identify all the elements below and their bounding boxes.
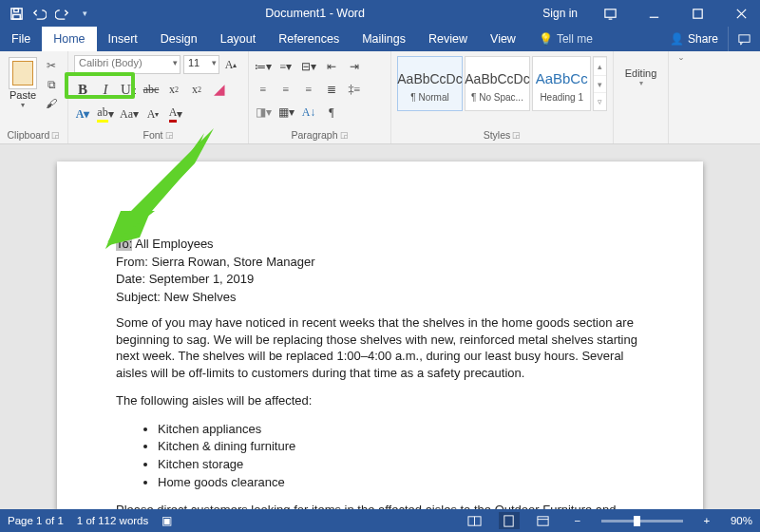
tab-home[interactable]: Home (42, 27, 96, 51)
clear-formatting-icon[interactable]: ◢ (211, 80, 228, 99)
zoom-out-button[interactable]: − (567, 512, 588, 529)
quick-access-toolbar: ▾ (6, 3, 95, 24)
sign-in-link[interactable]: Sign in (535, 7, 585, 20)
minimize-button[interactable] (635, 0, 673, 27)
group-label-paragraph: Paragraph (291, 129, 337, 141)
document-page[interactable]: To: All Employees From: Sierra Rowan, St… (57, 162, 703, 509)
style-no-spacing[interactable]: AaBbCcDc ¶ No Spac... (465, 56, 530, 111)
style-heading-1[interactable]: AaBbCc Heading 1 (532, 56, 591, 111)
tab-view[interactable]: View (479, 27, 527, 51)
svg-rect-4 (693, 9, 701, 17)
shading-icon[interactable]: ◨▾ (255, 103, 272, 122)
show-hide-icon[interactable]: ¶ (323, 103, 340, 122)
tab-design[interactable]: Design (149, 27, 209, 51)
line-date[interactable]: Date: September 1, 2019 (116, 271, 644, 288)
align-center-icon[interactable]: ≡ (277, 80, 294, 99)
print-layout-icon[interactable] (499, 512, 520, 529)
workspace: To: All Employees From: Sierra Rowan, St… (0, 144, 760, 509)
close-button[interactable] (722, 0, 760, 27)
tab-insert[interactable]: Insert (97, 27, 149, 51)
affected-aisles-list[interactable]: Kitchen appliances Kitchen & dining furn… (158, 421, 644, 490)
justify-icon[interactable]: ≣ (323, 80, 340, 99)
superscript-button[interactable]: x2 (188, 80, 205, 99)
tell-me-input[interactable]: 💡Tell me (527, 27, 604, 51)
paste-icon (9, 57, 37, 89)
change-case-icon[interactable]: Aa▾ (120, 104, 139, 124)
web-layout-icon[interactable] (533, 512, 554, 529)
paste-button[interactable]: Paste ▾ (6, 54, 40, 117)
highlight-color-icon[interactable]: ab▾ (97, 104, 114, 124)
align-right-icon[interactable]: ≡ (300, 80, 317, 99)
group-styles: AaBbCcDc ¶ Normal AaBbCcDc ¶ No Spac... … (391, 51, 614, 143)
tab-review[interactable]: Review (417, 27, 479, 51)
font-launcher-icon[interactable]: ◲ (165, 130, 174, 140)
align-left-icon[interactable]: ≡ (255, 80, 272, 99)
redo-icon[interactable] (51, 3, 72, 24)
text-effects-icon[interactable]: A▾ (74, 104, 91, 124)
collapse-ribbon-icon[interactable]: ˇ (669, 51, 694, 143)
ribbon-display-options-icon[interactable] (591, 0, 629, 27)
lightbulb-icon: 💡 (539, 32, 553, 46)
tab-references[interactable]: References (267, 27, 351, 51)
font-name-combo[interactable]: Calibri (Body)▾ (74, 55, 180, 74)
clipboard-launcher-icon[interactable]: ◲ (51, 130, 60, 140)
undo-icon[interactable] (28, 3, 49, 24)
borders-icon[interactable]: ▦▾ (277, 103, 294, 122)
list-item[interactable]: Kitchen appliances (158, 421, 644, 438)
tab-layout[interactable]: Layout (209, 27, 268, 51)
sort-icon[interactable]: A↓ (300, 103, 317, 122)
shrink-font-icon[interactable]: A▾ (144, 104, 162, 124)
editing-dropdown[interactable]: Editing▾ (619, 54, 662, 87)
style-normal[interactable]: AaBbCcDc ¶ Normal (397, 56, 463, 111)
list-item[interactable]: Home goods clearance (158, 474, 644, 491)
subscript-button[interactable]: x2 (165, 80, 182, 99)
decrease-indent-icon[interactable]: ⇤ (323, 57, 340, 76)
group-paragraph: ≔▾ ≡▾ ⊟▾ ⇤ ⇥ ≡ ≡ ≡ ≣ ‡≡ ◨▾ ▦▾ A↓ ¶ Parag… (249, 51, 391, 143)
group-font: Calibri (Body)▾ 11▾ A▴ B I U▾ abc x2 x2 … (68, 51, 249, 143)
body-paragraph-2[interactable]: The following aisles will be affected: (116, 392, 644, 409)
line-from[interactable]: From: Sierra Rowan, Store Manager (116, 254, 644, 271)
underline-button[interactable]: U▾ (120, 80, 137, 99)
body-paragraph-1[interactable]: Some of you may have noticed in recent w… (116, 314, 644, 381)
zoom-level[interactable]: 90% (731, 515, 752, 526)
line-subject[interactable]: Subject: New Shelves (116, 289, 644, 306)
line-to[interactable]: To: All Employees (116, 236, 644, 253)
zoom-in-button[interactable]: + (696, 512, 717, 529)
maximize-button[interactable] (678, 0, 716, 27)
list-item[interactable]: Kitchen storage (158, 456, 644, 473)
status-word-count[interactable]: 1 of 112 words (77, 515, 148, 526)
styles-gallery-scroll[interactable]: ▴▾▿ (593, 56, 607, 111)
comments-pane-icon[interactable] (728, 27, 760, 51)
zoom-slider[interactable] (601, 520, 683, 522)
font-color-icon[interactable]: A▾ (167, 104, 184, 124)
svg-rect-3 (604, 9, 615, 16)
italic-button[interactable]: I (97, 80, 114, 99)
status-page[interactable]: Page 1 of 1 (8, 515, 64, 526)
bold-button[interactable]: B (74, 80, 91, 99)
increase-indent-icon[interactable]: ⇥ (346, 57, 363, 76)
bullets-icon[interactable]: ≔▾ (255, 57, 272, 76)
styles-launcher-icon[interactable]: ◲ (512, 130, 521, 140)
copy-icon[interactable]: ⧉ (43, 77, 60, 92)
list-item[interactable]: Kitchen & dining furniture (158, 438, 644, 455)
read-mode-icon[interactable] (465, 512, 485, 529)
grow-font-icon[interactable]: A▴ (222, 55, 239, 74)
format-painter-icon[interactable]: 🖌 (43, 96, 60, 111)
proofing-icon[interactable]: ▣ (162, 514, 172, 527)
qat-customize-icon[interactable]: ▾ (74, 3, 95, 24)
svg-rect-11 (504, 515, 513, 525)
svg-rect-5 (739, 34, 750, 42)
numbering-icon[interactable]: ≡▾ (277, 57, 294, 76)
tab-file[interactable]: File (0, 27, 42, 51)
paragraph-launcher-icon[interactable]: ◲ (340, 130, 349, 140)
font-size-combo[interactable]: 11▾ (183, 55, 219, 74)
tab-mailings[interactable]: Mailings (351, 27, 417, 51)
multilevel-list-icon[interactable]: ⊟▾ (300, 57, 317, 76)
strikethrough-button[interactable]: abc (142, 80, 160, 99)
cut-icon[interactable]: ✂ (43, 58, 60, 73)
share-button[interactable]: 👤Share (660, 27, 728, 51)
ribbon-tabs: File Home Insert Design Layout Reference… (0, 27, 760, 51)
body-paragraph-3[interactable]: Please direct customers looking for item… (116, 502, 644, 509)
line-spacing-icon[interactable]: ‡≡ (346, 80, 363, 99)
save-icon[interactable] (6, 3, 27, 24)
